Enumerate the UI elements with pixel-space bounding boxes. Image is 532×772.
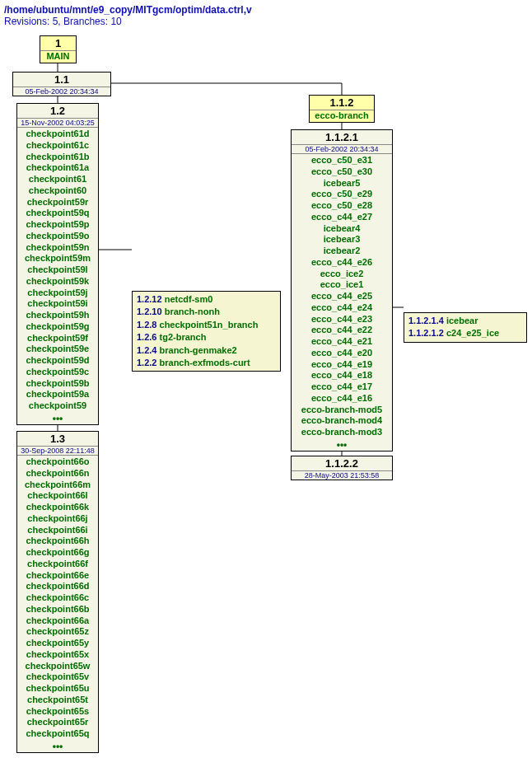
tag-label: checkpoint59 — [19, 400, 96, 412]
more-ellipsis[interactable]: ••• — [17, 741, 98, 752]
rev-1-2[interactable]: 1.2 15-Nov-2002 04:03:25 checkpoint61dch… — [16, 103, 99, 425]
branch-entry[interactable]: 1.2.6 tg2-branch — [137, 331, 276, 344]
branch-entry[interactable]: 1.2.10 branch-nonh — [137, 306, 276, 318]
tag-label: icebear5 — [293, 178, 390, 189]
ecco-branch-head[interactable]: 1.1.2 ecco-branch — [309, 95, 375, 123]
rev-1-1-2-2[interactable]: 1.1.2.2 28-May-2003 21:53:58 — [291, 456, 393, 480]
tag-label: checkpoint59n — [19, 242, 96, 254]
tag-label: checkpoint65t — [19, 695, 96, 706]
tag-label: ecco_ice1 — [293, 279, 390, 291]
tag-label: checkpoint59b — [19, 378, 96, 390]
tag-label: checkpoint59r — [19, 197, 96, 208]
rev-date: 05-Feb-2002 20:34:34 — [292, 145, 392, 154]
tag-label: checkpoint66o — [19, 456, 96, 468]
tag-label: ecco-branch-mod4 — [293, 415, 390, 427]
tag-label: checkpoint59i — [19, 298, 96, 310]
more-ellipsis[interactable]: ••• — [292, 439, 392, 451]
tag-label: checkpoint59m — [19, 253, 96, 264]
rev-date: 28-May-2003 21:53:58 — [292, 471, 392, 480]
tag-label: checkpoint59p — [19, 219, 96, 231]
tag-list: ecco_c50_e31ecco_c50_e30icebear5ecco_c50… — [292, 154, 392, 439]
rev-number: 1.2 — [17, 104, 98, 119]
tag-label: ecco_c44_e16 — [293, 393, 390, 405]
tag-label: checkpoint66d — [19, 581, 96, 592]
tag-label: checkpoint59g — [19, 321, 96, 333]
tag-label: checkpoint66c — [19, 592, 96, 604]
rev-1-1[interactable]: 1.1 05-Feb-2002 20:34:34 — [12, 72, 111, 96]
header-path: /home/ubuntu/mnt/e9_copy/MITgcm/optim/da… — [4, 4, 532, 16]
tag-label: ecco_c44_e25 — [293, 291, 390, 302]
root-label: MAIN — [40, 51, 76, 63]
tag-label: ecco_c44_e27 — [293, 212, 390, 223]
tag-label: ecco_c44_e21 — [293, 336, 390, 348]
tag-label: ecco_c50_e31 — [293, 155, 390, 166]
tag-label: checkpoint59f — [19, 333, 96, 344]
tag-label: checkpoint65z — [19, 626, 96, 638]
tag-label: checkpoint59a — [19, 389, 96, 400]
tag-label: checkpoint61b — [19, 152, 96, 163]
tag-label: checkpoint66f — [19, 559, 96, 570]
header-stats: Revisions: 5, Branches: 10 — [4, 16, 532, 27]
tag-label: ecco_c44_e22 — [293, 325, 390, 336]
tag-label: checkpoint59d — [19, 355, 96, 367]
tag-label: checkpoint66b — [19, 604, 96, 615]
tag-label: checkpoint66m — [19, 480, 96, 491]
tag-list: checkpoint66ocheckpoint66ncheckpoint66mc… — [17, 456, 98, 741]
tag-label: ecco_c44_e17 — [293, 381, 390, 393]
tag-label: ecco_c44_e20 — [293, 348, 390, 359]
tag-label: checkpoint59l — [19, 264, 96, 276]
branch-entry[interactable]: 1.2.12 netcdf-sm0 — [137, 293, 276, 306]
branch-label: ecco-branch — [310, 110, 374, 122]
rev-number: 1.1.2.2 — [292, 456, 392, 471]
root-rev: 1 — [40, 36, 76, 51]
tag-label: ecco_c50_e28 — [293, 200, 390, 212]
revision-graph: 1 MAIN 1.1 05-Feb-2002 20:34:34 1.2 15-N… — [4, 35, 527, 772]
rev-number: 1.1 — [13, 73, 110, 87]
tag-label: ecco_ice2 — [293, 269, 390, 280]
rev-date: 15-Nov-2002 04:03:25 — [17, 119, 98, 128]
root-node[interactable]: 1 MAIN — [40, 35, 77, 63]
tag-label: checkpoint59c — [19, 367, 96, 378]
tag-label: checkpoint65v — [19, 671, 96, 683]
tag-label: ecco_c44_e26 — [293, 257, 390, 269]
tag-label: checkpoint59j — [19, 288, 96, 299]
tag-label: checkpoint65x — [19, 649, 96, 661]
tag-label: checkpoint66h — [19, 536, 96, 547]
branch-entry[interactable]: 1.2.8 checkpoint51n_branch — [137, 319, 276, 331]
tag-label: ecco_c50_e30 — [293, 166, 390, 178]
tag-label: checkpoint61c — [19, 140, 96, 152]
tag-label: checkpoint65s — [19, 706, 96, 718]
rev-number: 1.1.2 — [310, 96, 374, 110]
tag-label: icebear3 — [293, 234, 390, 246]
tag-label: checkpoint61d — [19, 129, 96, 140]
tag-label: ecco_c44_e24 — [293, 302, 390, 314]
rev-1-1-2-1[interactable]: 1.1.2.1 05-Feb-2002 20:34:34 ecco_c50_e3… — [291, 129, 393, 452]
rev-date: 05-Feb-2002 20:34:34 — [13, 87, 110, 96]
branch-entry[interactable]: 1.2.4 branch-genmake2 — [137, 344, 276, 357]
tag-label: checkpoint59o — [19, 231, 96, 242]
tag-label: checkpoint59e — [19, 344, 96, 355]
tag-label: checkpoint65u — [19, 683, 96, 695]
tag-label: checkpoint61 — [19, 174, 96, 185]
tag-label: ecco-branch-mod5 — [293, 405, 390, 416]
branch-list-1-2[interactable]: 1.2.12 netcdf-sm01.2.10 branch-nonh1.2.8… — [132, 291, 281, 372]
tag-label: checkpoint66j — [19, 513, 96, 525]
branch-entry[interactable]: 1.2.2 branch-exfmods-curt — [137, 357, 276, 369]
branch-entry[interactable]: 1.1.2.1.2 c24_e25_ice — [408, 327, 522, 339]
branch-list-1-1-2-1[interactable]: 1.1.2.1.4 icebear1.1.2.1.2 c24_e25_ice — [404, 312, 527, 343]
branch-entry[interactable]: 1.1.2.1.4 icebear — [408, 315, 522, 327]
tag-label: checkpoint66a — [19, 615, 96, 627]
tag-label: ecco_c44_e19 — [293, 359, 390, 371]
tag-label: checkpoint66e — [19, 570, 96, 582]
rev-number: 1.1.2.1 — [292, 130, 392, 145]
tag-label: checkpoint59k — [19, 276, 96, 288]
tag-label: icebear4 — [293, 223, 390, 235]
tag-label: checkpoint66g — [19, 547, 96, 559]
tag-label: checkpoint65q — [19, 728, 96, 740]
tag-label: ecco_c50_e29 — [293, 189, 390, 200]
rev-1-3[interactable]: 1.3 30-Sep-2008 22:11:48 checkpoint66och… — [16, 431, 99, 753]
tag-label: ecco-branch-mod3 — [293, 427, 390, 438]
more-ellipsis[interactable]: ••• — [17, 413, 98, 424]
tag-label: ecco_c44_e18 — [293, 370, 390, 381]
tag-label: checkpoint61a — [19, 162, 96, 174]
